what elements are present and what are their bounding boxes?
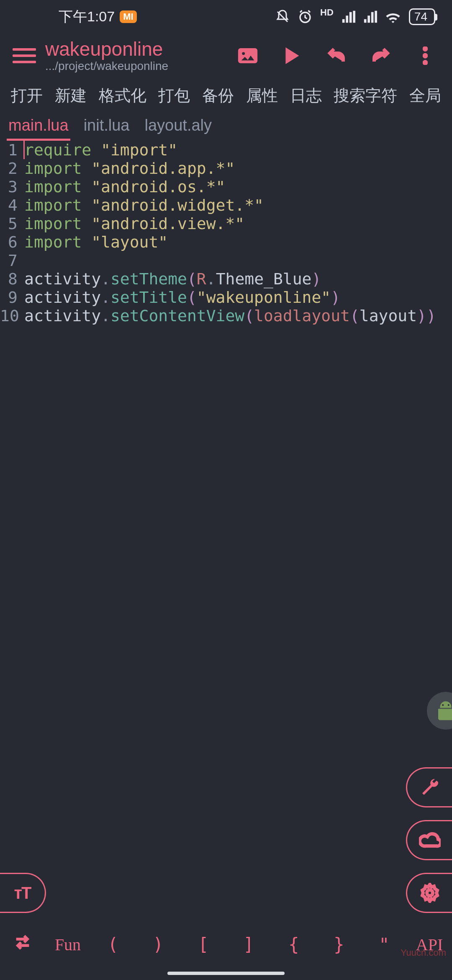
code-line[interactable]	[24, 251, 452, 270]
code-line[interactable]: import "android.app.*"	[24, 159, 452, 178]
tb-format[interactable]: 格式化	[93, 85, 152, 106]
line-number: 3	[0, 178, 18, 196]
insert-lparen[interactable]: (	[96, 934, 130, 955]
svg-point-5	[423, 60, 428, 65]
run-button[interactable]	[282, 46, 302, 66]
watermark: Yuucn.com	[401, 947, 446, 958]
tb-pack[interactable]: 打包	[152, 85, 196, 106]
bottom-symbol-bar: Fun ( ) [ ] { } " API	[0, 926, 452, 963]
alarm-icon	[298, 9, 313, 24]
battery-indicator: 74	[409, 8, 435, 25]
file-tabs: main.lua init.lua layout.aly	[0, 114, 452, 141]
svg-point-2	[241, 52, 245, 55]
line-number: 7	[0, 251, 18, 270]
line-number: 6	[0, 233, 18, 251]
line-number: 5	[0, 214, 18, 233]
insert-fun[interactable]: Fun	[51, 935, 85, 954]
code-line[interactable]: activity.setTitle("wakeuponline")	[24, 288, 452, 307]
redo-button[interactable]	[371, 46, 391, 66]
tb-log[interactable]: 日志	[284, 85, 328, 106]
home-indicator[interactable]	[167, 972, 285, 975]
signal-icon-1	[341, 10, 355, 23]
insert-lbrace[interactable]: {	[277, 934, 311, 955]
code-line[interactable]: import "android.os.*"	[24, 178, 452, 196]
svg-point-8	[427, 890, 433, 896]
insert-rbrack[interactable]: ]	[232, 934, 265, 955]
status-time-block: 下午1:07 MI	[59, 7, 137, 26]
code-line[interactable]: import "layout"	[24, 233, 452, 251]
tab-init-lua[interactable]: init.lua	[82, 114, 131, 141]
text-size-label: тT	[14, 884, 31, 903]
text-cursor	[23, 141, 25, 159]
code-line[interactable]: import "android.widget.*"	[24, 196, 452, 214]
insert-rparen[interactable]: )	[141, 934, 175, 955]
title-block[interactable]: wakeuponline .../project/wakeuponline	[45, 39, 168, 72]
tab-main-lua[interactable]: main.lua	[7, 114, 70, 141]
tb-props[interactable]: 属性	[240, 85, 284, 106]
tb-open[interactable]: 打开	[5, 85, 49, 106]
status-bar: 下午1:07 MI HD 74	[0, 0, 452, 34]
svg-point-7	[448, 704, 449, 706]
signal-icon-2	[363, 10, 377, 23]
mute-icon	[275, 9, 290, 24]
secondary-toolbar: 打开 新建 格式化 打包 备份 属性 日志 搜索字符 全局	[0, 77, 452, 114]
insert-quote[interactable]: "	[367, 934, 401, 955]
code-line[interactable]: activity.setContentView(loadlayout(layou…	[24, 307, 452, 325]
code-line[interactable]: require "import"	[24, 141, 452, 159]
insert-rbrace[interactable]: }	[322, 934, 356, 955]
tools-button[interactable]	[406, 767, 452, 807]
code-line[interactable]: import "android.view.*"	[24, 214, 452, 233]
project-title: wakeuponline	[45, 39, 168, 60]
line-gutter: 12345678910	[0, 141, 20, 325]
tb-global[interactable]: 全局	[403, 85, 447, 106]
menu-button[interactable]	[13, 48, 36, 63]
wifi-icon	[385, 10, 401, 23]
line-number: 4	[0, 196, 18, 214]
svg-point-6	[442, 704, 444, 706]
undo-button[interactable]	[326, 46, 347, 66]
settings-button[interactable]	[406, 873, 452, 913]
android-bubble-button[interactable]	[427, 692, 452, 730]
svg-point-3	[423, 46, 428, 51]
insert-lbrack[interactable]: [	[187, 934, 220, 955]
line-number: 2	[0, 159, 18, 178]
code-line[interactable]: activity.setTheme(R.Theme_Blue)	[24, 270, 452, 288]
status-icons: HD 74	[275, 8, 435, 25]
project-path: .../project/wakeuponline	[45, 60, 168, 73]
swap-button[interactable]	[6, 933, 39, 956]
line-number: 9	[0, 288, 18, 307]
overflow-menu-button[interactable]	[415, 46, 435, 66]
tab-layout-aly[interactable]: layout.aly	[143, 114, 213, 141]
svg-point-4	[423, 53, 428, 58]
status-time: 下午1:07	[59, 7, 115, 26]
text-size-button[interactable]: тT	[0, 873, 46, 913]
tb-search[interactable]: 搜索字符	[328, 85, 403, 106]
tb-new[interactable]: 新建	[49, 85, 92, 106]
app-header: wakeuponline .../project/wakeuponline	[0, 34, 452, 77]
mi-badge: MI	[120, 10, 136, 23]
image-button[interactable]	[238, 46, 258, 66]
cloud-button[interactable]	[406, 820, 452, 860]
line-number: 10	[0, 307, 18, 325]
code-content[interactable]: require "import"import "android.app.*"im…	[0, 141, 452, 325]
code-editor[interactable]: 12345678910 require "import"import "andr…	[0, 141, 452, 325]
line-number: 8	[0, 270, 18, 288]
hd-label: HD	[320, 7, 334, 18]
tb-backup[interactable]: 备份	[196, 85, 240, 106]
line-number: 1	[0, 141, 18, 159]
